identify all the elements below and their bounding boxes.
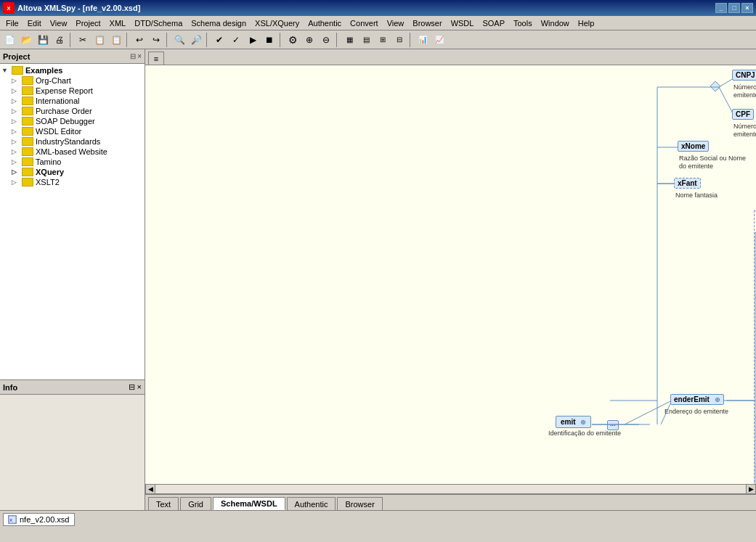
tree-item-xmlweb[interactable]: ▷ XML-based Website [1,147,143,157]
maximize-button[interactable]: □ [728,3,740,13]
redo-button[interactable]: ↪ [148,32,164,48]
expander-icon: ▷ [12,97,22,104]
info-float-button[interactable]: ⊟ [129,382,135,391]
svg-line-6 [719,87,733,115]
tab-text[interactable]: Text [148,497,179,510]
xslt-button[interactable]: ▶ [245,32,261,48]
tree-item-expense[interactable]: ▷ Expense Report [1,86,143,96]
zoom-out-button[interactable]: ⊖ [318,32,334,48]
menu-tools[interactable]: Tools [509,18,537,28]
replace-button[interactable]: 🔎 [188,32,204,48]
project-float-button[interactable]: ⊟ [130,52,136,60]
tree-item-soap[interactable]: ▷ SOAP Debugger [1,116,143,126]
tree-item-xquery[interactable]: ▷ XQuery [1,167,143,177]
copy-button[interactable]: 📋 [92,32,107,48]
tb-btn-extra1[interactable]: ▦ [341,32,357,48]
tab-grid[interactable]: Grid [180,497,211,510]
project-close-button[interactable]: × [137,52,142,60]
tb-btn-extra2[interactable]: ▤ [358,32,374,48]
schema-node-cpf[interactable]: CPF [732,109,754,120]
tab-schema-wsdl[interactable]: Schema/WSDL [213,497,285,510]
cpf-desc: Número do CPF do emitente [733,123,756,139]
schema-node-cnpj[interactable]: CNPJ [732,70,756,81]
menu-window[interactable]: Window [537,18,574,28]
stop-button[interactable]: ⏹ [261,32,277,48]
schema-tab-list-button[interactable]: ≡ [148,52,164,65]
tree-label: SOAP Debugger [36,117,95,126]
tb-btn-extra4[interactable]: ⊟ [391,32,407,48]
tab-browser[interactable]: Browser [337,497,382,510]
folder-icon [22,86,33,95]
close-button[interactable]: × [741,3,753,13]
tree-item-intl[interactable]: ▷ International [1,96,143,106]
schema-node-enderemit[interactable]: enderEmit ⊕ [670,394,724,405]
menu-file[interactable]: File [1,18,23,28]
menu-schema-design[interactable]: Schema design [187,18,251,28]
folder-icon [22,127,33,136]
tab-authentic[interactable]: Authentic [287,497,336,510]
tree-item-label: Examples [25,66,62,75]
validate-button[interactable]: ✔ [211,32,227,48]
app-icon: X [3,2,15,14]
folder-icon [22,76,33,85]
xnome-desc: Razão Social ou Nome do emitente [679,155,752,171]
minimize-button[interactable]: _ [715,3,727,13]
undo-button[interactable]: ↩ [131,32,147,48]
schema-node-emit[interactable]: emit ⊕ [556,416,591,428]
project-panel-header: Project ⊟ × [0,49,145,64]
menu-help[interactable]: Help [574,18,599,28]
schema-node-xnome[interactable]: xNome [678,141,709,152]
toolbar-sep3 [166,33,169,47]
folder-icon [22,157,33,166]
tb-btn-extra5[interactable]: 📊 [415,32,431,48]
tree-root-examples[interactable]: ▼ Examples [1,65,143,75]
window-controls[interactable]: _ □ × [715,3,753,13]
choice-connector [710,81,719,90]
menu-wsdl[interactable]: WSDL [447,18,479,28]
canvas-area[interactable]: emit ⊕ Identificação do emitente ··· end… [145,65,756,484]
find-button[interactable]: 🔍 [171,32,187,48]
tree-item-industry[interactable]: ▷ IndustryStandards [1,136,143,147]
info-panel: Info ⊟ × [0,379,145,510]
wellformed-button[interactable]: ✓ [228,32,244,48]
expander-icon: ▷ [12,138,22,145]
new-button[interactable]: 📄 [1,32,17,48]
menu-xml[interactable]: XML [105,18,131,28]
menu-view[interactable]: View [46,18,72,28]
status-file-item[interactable]: X nfe_v2.00.xsd [3,513,75,526]
content-area: ≡ [145,49,756,510]
expander-icon: ▷ [12,128,22,135]
tree-item-po[interactable]: ▷ Purchase Order [1,106,143,116]
tree-item-xslt2[interactable]: ▷ XSLT2 [1,177,143,187]
cut-button[interactable]: ✂ [75,32,91,48]
menu-authentic[interactable]: Authentic [304,18,346,28]
tree-label: XQuery [36,168,64,176]
scroll-left-button[interactable]: ◀ [145,484,155,494]
settings-button[interactable]: ⚙ [285,32,301,48]
menu-view2[interactable]: View [383,18,409,28]
scroll-track[interactable] [155,484,746,494]
menu-edit[interactable]: Edit [23,18,46,28]
file-icon-small: X [8,515,17,524]
tree-item-tamino[interactable]: ▷ Tamino [1,157,143,167]
menu-soap[interactable]: SOAP [478,18,509,28]
menu-convert[interactable]: Convert [346,18,383,28]
menu-dtd[interactable]: DTD/Schema [130,18,187,28]
open-button[interactable]: 📂 [18,32,34,48]
paste-button[interactable]: 📋 [108,32,124,48]
tree-item-wsdl[interactable]: ▷ WSDL Editor [1,126,143,136]
tb-btn-extra3[interactable]: ⊞ [375,32,391,48]
menu-xsl[interactable]: XSL/XQuery [251,18,304,28]
print-button[interactable]: 🖨 [52,32,68,48]
tree-item-org-chart[interactable]: ▷ Org-Chart [1,75,143,86]
info-close-button[interactable]: × [137,382,142,391]
schema-tabs-top: ≡ [145,49,756,65]
menu-project[interactable]: Project [71,18,105,28]
tb-btn-extra6[interactable]: 📈 [431,32,447,48]
scroll-right-button[interactable]: ▶ [746,484,756,494]
save-button[interactable]: 💾 [35,32,51,48]
zoom-in-button[interactable]: ⊕ [301,32,317,48]
menu-browser[interactable]: Browser [408,18,446,28]
tree-label: XML-based Website [36,147,107,156]
schema-node-xfant[interactable]: xFant [674,178,701,189]
